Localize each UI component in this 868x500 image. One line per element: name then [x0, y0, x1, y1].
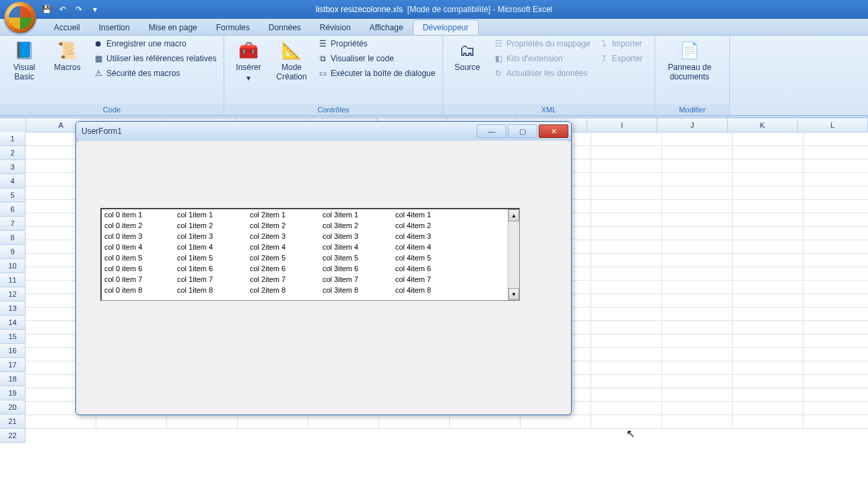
cell[interactable]	[591, 226, 662, 240]
record-macro-button[interactable]: ⏺Enregistrer une macro	[90, 37, 219, 50]
visual-basic-button[interactable]: 📘Visual Basic	[4, 37, 44, 84]
cell[interactable]	[591, 199, 662, 213]
col-header[interactable]: K	[728, 118, 798, 132]
close-button[interactable]: ✕	[539, 124, 568, 138]
listbox-scrollbar[interactable]: ▲ ▼	[508, 209, 519, 300]
cell[interactable]	[733, 388, 803, 402]
cell[interactable]	[733, 172, 803, 186]
row-header[interactable]: 10	[0, 259, 26, 273]
map-props-button[interactable]: ☷Propriétés du mappage	[490, 37, 593, 50]
select-all-corner[interactable]	[0, 118, 26, 133]
cell[interactable]	[591, 307, 662, 321]
cell[interactable]	[733, 199, 803, 213]
cell[interactable]	[733, 415, 803, 429]
cell[interactable]	[591, 145, 662, 159]
list-item[interactable]: col 0 item 7col 1item 7col 2item 7col 3i…	[102, 274, 508, 285]
listbox[interactable]: col 0 item 1col 1item 1col 2item 1col 3i…	[100, 208, 520, 301]
scroll-up-button[interactable]: ▲	[508, 209, 519, 221]
list-item[interactable]: col 0 item 6col 1item 6col 2item 6col 3i…	[102, 263, 508, 274]
cell[interactable]	[662, 293, 733, 308]
cell[interactable]	[662, 132, 733, 146]
cell[interactable]	[803, 334, 868, 348]
cell[interactable]	[662, 172, 733, 186]
cell[interactable]	[803, 199, 868, 213]
cell[interactable]	[803, 266, 868, 281]
cell[interactable]	[591, 266, 662, 281]
listbox-rows[interactable]: col 0 item 1col 1item 1col 2item 1col 3i…	[102, 209, 508, 300]
cell[interactable]	[308, 415, 379, 429]
cell[interactable]	[803, 172, 868, 186]
row-header[interactable]: 2	[0, 146, 26, 160]
row-header[interactable]: 17	[0, 358, 26, 372]
cell[interactable]	[591, 415, 662, 429]
row-header[interactable]: 3	[0, 160, 26, 174]
relative-refs-button[interactable]: ▦Utiliser les références relatives	[90, 52, 219, 65]
col-header[interactable]: J	[657, 118, 727, 132]
cell[interactable]	[733, 347, 803, 361]
cell[interactable]	[803, 213, 868, 227]
cell[interactable]	[521, 415, 591, 429]
row-headers[interactable]: 12345678910111213141516171819202122	[0, 132, 26, 443]
cell[interactable]	[803, 320, 868, 334]
cell[interactable]	[662, 280, 733, 294]
row-header[interactable]: 20	[0, 400, 26, 415]
design-mode-button[interactable]: 📐Mode Création	[271, 37, 312, 84]
row-header[interactable]: 22	[0, 429, 26, 443]
cell[interactable]	[803, 388, 868, 402]
source-button[interactable]: 🗂Source	[447, 37, 488, 75]
redo-icon[interactable]: ↷	[73, 3, 85, 15]
qat-dropdown-icon[interactable]: ▾	[89, 3, 101, 15]
cell[interactable]	[591, 240, 662, 254]
row-header[interactable]: 11	[0, 273, 26, 287]
row-header[interactable]: 16	[0, 344, 26, 358]
list-item[interactable]: col 0 item 1col 1item 1col 2item 1col 3i…	[102, 209, 508, 220]
cell[interactable]	[591, 186, 662, 200]
cell[interactable]	[803, 307, 868, 321]
row-header[interactable]: 12	[0, 287, 26, 301]
cell[interactable]	[803, 361, 868, 375]
cell[interactable]	[662, 253, 733, 267]
cell[interactable]	[803, 293, 868, 308]
cell[interactable]	[238, 415, 308, 429]
macros-button[interactable]: 📜Macros	[47, 37, 88, 75]
cell[interactable]	[662, 240, 733, 254]
import-button[interactable]: ⤵Importer	[596, 37, 645, 50]
cell[interactable]	[733, 320, 803, 334]
row-header[interactable]: 8	[0, 231, 26, 245]
tab-révision[interactable]: Révision	[310, 20, 360, 35]
cell[interactable]	[662, 361, 733, 375]
row-header[interactable]: 6	[0, 203, 26, 217]
cell[interactable]	[662, 226, 733, 240]
cell[interactable]	[803, 132, 868, 146]
scroll-down-button[interactable]: ▼	[508, 288, 519, 300]
office-button[interactable]	[4, 1, 36, 34]
doc-panel-button[interactable]: 📄Panneau de documents	[659, 37, 720, 84]
cell[interactable]	[591, 132, 662, 146]
list-item[interactable]: col 0 item 4col 1item 4col 2item 4col 3i…	[102, 242, 508, 252]
cell[interactable]	[662, 374, 733, 388]
cell[interactable]	[591, 320, 662, 334]
cell[interactable]	[662, 320, 733, 334]
cell[interactable]	[450, 415, 521, 429]
cell[interactable]	[733, 293, 803, 308]
list-item[interactable]: col 0 item 8col 1item 8col 2item 8col 3i…	[102, 285, 508, 295]
cell[interactable]	[591, 388, 662, 402]
cell[interactable]	[662, 145, 733, 159]
row-header[interactable]: 21	[0, 415, 26, 429]
cell[interactable]	[803, 240, 868, 254]
refresh-data-button[interactable]: ↻Actualiser les données	[490, 67, 593, 80]
cell[interactable]	[662, 334, 733, 348]
cell[interactable]	[662, 266, 733, 281]
cell[interactable]	[662, 213, 733, 227]
row-header[interactable]: 18	[0, 372, 26, 386]
userform-window[interactable]: UserForm1 — ▢ ✕ col 0 item 1col 1item 1c…	[75, 121, 572, 415]
list-item[interactable]: col 0 item 2col 1item 2col 2item 2col 3i…	[102, 220, 508, 231]
cell[interactable]	[662, 388, 733, 402]
cell[interactable]	[591, 401, 662, 415]
cell[interactable]	[167, 415, 238, 429]
cell[interactable]	[733, 240, 803, 254]
minimize-button[interactable]: —	[477, 124, 506, 138]
undo-icon[interactable]: ↶	[57, 3, 69, 15]
row-header[interactable]: 14	[0, 316, 26, 330]
cell[interactable]	[733, 361, 803, 375]
